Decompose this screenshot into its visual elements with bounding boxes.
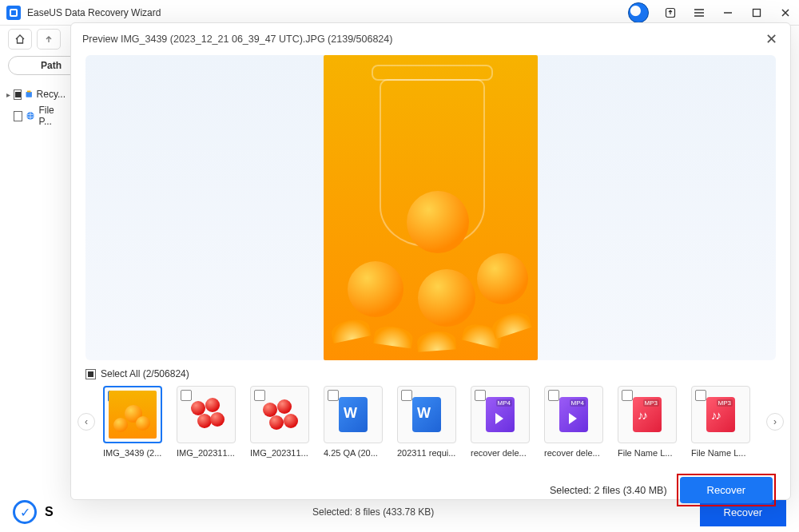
thumb-cell[interactable]: recover dele... <box>544 386 603 458</box>
svg-rect-3 <box>26 92 32 97</box>
upload-icon[interactable] <box>663 6 678 20</box>
close-window-button[interactable] <box>778 6 793 20</box>
word-file-icon <box>339 397 368 432</box>
checkbox-icon[interactable] <box>14 111 22 121</box>
thumb-label: File Name L... <box>691 448 750 458</box>
account-avatar-icon[interactable] <box>628 2 649 23</box>
modal-title: Preview IMG_3439 (2023_12_21 06_39_47 UT… <box>82 34 763 45</box>
thumb-checkbox[interactable] <box>695 390 706 401</box>
thumbnail-strip: ✓ IMG_3439 (2... IMG_202311... <box>100 386 761 458</box>
close-modal-button[interactable]: ✕ <box>763 31 779 47</box>
app-title: EaseUS Data Recovery Wizard <box>27 7 628 18</box>
thumb-label: IMG_202311... <box>177 448 236 458</box>
thumb-label: recover dele... <box>544 448 603 458</box>
thumb-label: 4.25 QA (20... <box>324 448 383 458</box>
svg-rect-4 <box>27 91 30 93</box>
sidebar-item-label: File P... <box>38 105 66 127</box>
thumb-label: recover dele... <box>471 448 530 458</box>
select-all-label: Select All (2/506824) <box>101 368 189 379</box>
progress-check-icon[interactable]: ✓ <box>13 500 37 524</box>
app-icon <box>6 6 21 20</box>
thumb-label: File Name L... <box>618 448 677 458</box>
svg-rect-1 <box>753 9 761 16</box>
thumb-cell[interactable]: 4.25 QA (20... <box>324 386 383 458</box>
word-file-icon <box>412 397 441 432</box>
selected-summary: Selected: 2 files (3.40 MB) <box>550 485 667 496</box>
checkbox-indeterminate-icon[interactable] <box>14 89 22 100</box>
thumb-cell[interactable]: 202311 requi... <box>397 386 456 458</box>
sidebar-item-filep[interactable]: ▸ File P... <box>0 102 72 129</box>
strip-next-button[interactable]: › <box>766 413 784 431</box>
thumb-cell[interactable]: IMG_202311... <box>177 386 236 458</box>
thumb-label: 202311 requi... <box>397 448 456 458</box>
mp4-file-icon <box>486 397 515 432</box>
thumb-label: IMG_3439 (2... <box>103 448 162 458</box>
preview-image <box>324 55 538 360</box>
select-all-checkbox[interactable] <box>85 369 96 379</box>
mp4-file-icon <box>559 397 588 432</box>
thumb-cell[interactable]: recover dele... <box>471 386 530 458</box>
preview-area <box>85 55 776 360</box>
thumb-checkbox[interactable] <box>475 390 486 401</box>
recycle-bin-icon <box>25 89 33 100</box>
chevron-right-icon: ▸ <box>6 90 10 99</box>
status-letter: S <box>45 505 54 519</box>
thumb-cell[interactable]: ✓ IMG_3439 (2... <box>103 386 162 458</box>
thumb-cell[interactable]: File Name L... <box>691 386 750 458</box>
menu-icon[interactable] <box>692 6 706 20</box>
preview-modal: Preview IMG_3439 (2023_12_21 06_39_47 UT… <box>70 22 791 500</box>
maximize-button[interactable] <box>749 6 764 20</box>
thumb-checkbox[interactable] <box>622 390 633 401</box>
home-button[interactable] <box>8 29 32 50</box>
mp3-file-icon <box>706 397 735 432</box>
up-button[interactable] <box>37 29 61 50</box>
minimize-button[interactable] <box>721 6 735 20</box>
thumb-checkbox[interactable] <box>328 390 339 401</box>
thumb-checkbox[interactable] <box>401 390 412 401</box>
mp3-file-icon <box>633 397 662 432</box>
thumb-cell[interactable]: IMG_202311... <box>250 386 309 458</box>
thumb-cell[interactable]: File Name L... <box>618 386 677 458</box>
select-all-row[interactable]: Select All (2/506824) <box>71 367 790 383</box>
recover-button[interactable]: Recover <box>680 477 773 503</box>
globe-icon <box>26 110 35 121</box>
thumb-label: IMG_202311... <box>250 448 309 458</box>
sidebar-item-recycle[interactable]: ▸ Recy... <box>0 86 72 102</box>
sidebar: ▸ Recy... ▸ File P... <box>0 86 72 129</box>
recover-highlight-box: Recover <box>677 474 776 506</box>
thumb-checkbox[interactable] <box>548 390 559 401</box>
strip-prev-button[interactable]: ‹ <box>78 413 95 431</box>
sidebar-item-label: Recy... <box>37 89 66 100</box>
